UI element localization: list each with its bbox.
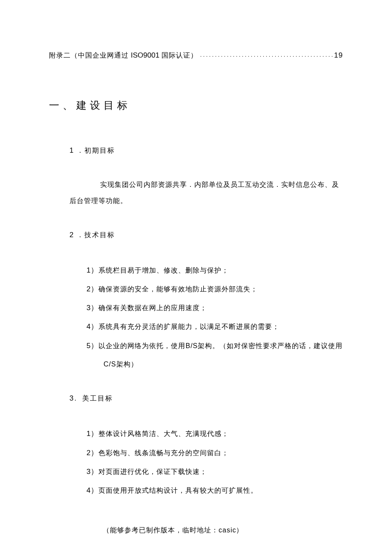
subsection-3-number: 3. bbox=[69, 394, 77, 402]
toc-prefix: 附录二（中国企业网通过 bbox=[49, 52, 131, 59]
list-item-number: 1） bbox=[86, 266, 98, 274]
subsection-2-title: ．技术目标 bbox=[77, 231, 115, 238]
toc-label: 附录二（中国企业网通过 ISO9001 国际认证） bbox=[49, 51, 198, 60]
list-item-number: 5） bbox=[86, 342, 98, 350]
list-item-continuation: C/S架构） bbox=[104, 355, 343, 373]
subsection-3-heading: 3. 美工目标 bbox=[69, 394, 343, 403]
list-item-number: 4） bbox=[86, 486, 98, 494]
list-item-number: 2） bbox=[86, 449, 98, 457]
cs-arch-label: C/S bbox=[104, 360, 116, 368]
toc-leader-dots: ........................................… bbox=[198, 52, 334, 58]
section-1-heading: 一、建设目标 bbox=[49, 99, 343, 112]
bs-arch-label: B/S bbox=[185, 342, 198, 349]
list-item-number: 1） bbox=[86, 430, 98, 438]
list-item-text: 整体设计风格简洁、大气、充满现代感； bbox=[98, 430, 229, 437]
list-item: 5）以企业的网络为依托，使用B/S架构。（如对保密性要求严格的话，建议使用 bbox=[86, 337, 343, 355]
document-page: 附录二（中国企业网通过 ISO9001 国际认证） ..............… bbox=[0, 0, 392, 555]
note-casic: casic bbox=[219, 526, 236, 534]
list-item-text: 对页面进行优化，保证下载快速； bbox=[98, 468, 207, 475]
list-item: 3）对页面进行优化，保证下载快速； bbox=[86, 462, 343, 481]
list-item-text-c: 架构） bbox=[116, 360, 138, 368]
list-item-text: 系统具有充分灵活的扩展能力，以满足不断进展的需要； bbox=[98, 323, 280, 330]
list-item-text: 色彩饱与、线条流畅与充分的空间留白； bbox=[98, 449, 229, 456]
list-item-text-a: 以企业的网络为依托，使用 bbox=[98, 342, 185, 349]
reference-note: （能够参考已制作版本，临时地址：casic） bbox=[103, 521, 343, 539]
list-item: 1）系统栏目易于增加、修改、删除与保护； bbox=[86, 261, 343, 280]
list-item: 1）整体设计风格简洁、大气、充满现代感； bbox=[86, 424, 343, 443]
list-item-text: 确保资源的安全，能够有效地防止资源外部流失； bbox=[98, 285, 258, 293]
tech-goal-list: 1）系统栏目易于增加、修改、删除与保护； 2）确保资源的安全，能够有效地防止资源… bbox=[86, 261, 343, 373]
list-item-text: 确保有关数据在网上的应用速度； bbox=[98, 304, 207, 311]
art-goal-list: 1）整体设计风格简洁、大气、充满现代感； 2）色彩饱与、线条流畅与充分的空间留白… bbox=[86, 424, 343, 500]
list-item: 4）页面使用开放式结构设计，具有较大的可扩展性。 bbox=[86, 481, 343, 500]
list-item-text: 页面使用开放式结构设计，具有较大的可扩展性。 bbox=[98, 487, 258, 494]
subsection-1-title: ．初期目标 bbox=[77, 147, 115, 154]
subsection-3-title: 美工目标 bbox=[80, 395, 113, 402]
toc-page-number: 19 bbox=[334, 51, 343, 60]
list-item: 4）系统具有充分灵活的扩展能力，以满足不断进展的需要； bbox=[86, 317, 343, 336]
subsection-1-body-text: 实现集团公司内部资源共享．内部单位及员工互动交流．实时信息公布、及后台管理等功能… bbox=[69, 181, 339, 204]
list-item: 3）确保有关数据在网上的应用速度； bbox=[86, 299, 343, 317]
list-item-number: 3） bbox=[86, 304, 98, 312]
note-text-a: （能够参考已制作版本，临时地址： bbox=[103, 526, 219, 534]
note-text-c: ） bbox=[236, 526, 243, 534]
toc-entry: 附录二（中国企业网通过 ISO9001 国际认证） ..............… bbox=[49, 51, 343, 60]
subsection-1-number: 1 bbox=[69, 146, 74, 154]
toc-iso: ISO9001 bbox=[131, 51, 159, 59]
subsection-2-heading: 2．技术目标 bbox=[69, 231, 343, 240]
list-item-number: 4） bbox=[86, 323, 98, 331]
list-item-number: 3） bbox=[86, 468, 98, 476]
subsection-2-number: 2 bbox=[69, 231, 74, 239]
subsection-1-heading: 1．初期目标 bbox=[69, 146, 343, 155]
list-item-text-b: 架构。（如对保密性要求严格的话，建议使用 bbox=[198, 342, 343, 349]
toc-suffix: 国际认证） bbox=[159, 52, 198, 59]
list-item: 2）确保资源的安全，能够有效地防止资源外部流失； bbox=[86, 280, 343, 299]
list-item-text: 系统栏目易于增加、修改、删除与保护； bbox=[98, 267, 229, 274]
subsection-1-body: 实现集团公司内部资源共享．内部单位及员工互动交流．实时信息公布、及后台管理等功能… bbox=[69, 177, 343, 209]
list-item-number: 2） bbox=[86, 285, 98, 293]
list-item: 2）色彩饱与、线条流畅与充分的空间留白； bbox=[86, 444, 343, 462]
